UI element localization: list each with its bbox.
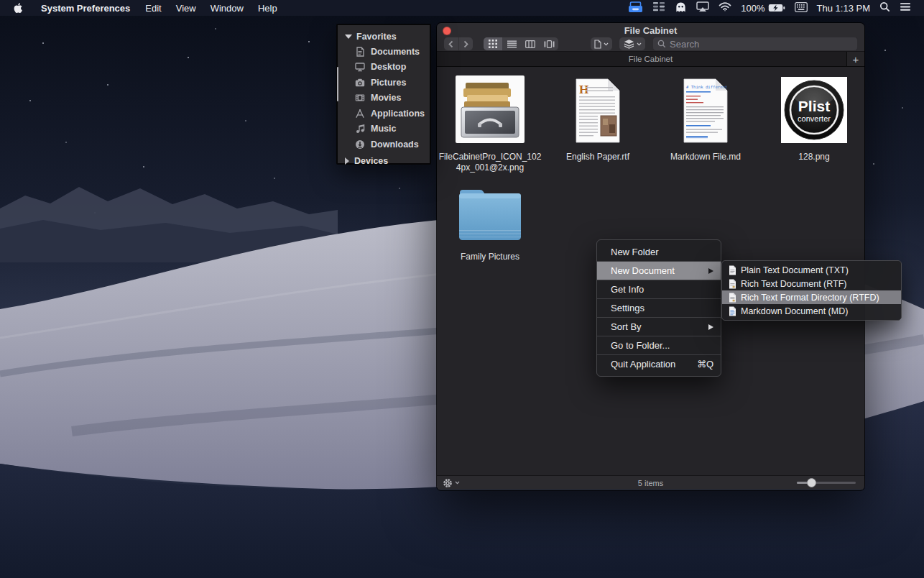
battery-icon <box>768 4 785 12</box>
markdown-document-icon: # Think different <box>681 78 730 143</box>
folder-tile[interactable]: Family Pictures <box>437 184 543 262</box>
menu-item-sort-by[interactable]: Sort By <box>597 318 721 336</box>
disclosure-right-icon <box>345 157 349 165</box>
airplay-icon[interactable] <box>696 1 709 14</box>
icon-size-slider[interactable] <box>797 478 856 488</box>
menu-item-new-document[interactable]: New Document <box>597 262 721 280</box>
sidebar-item-music[interactable]: Music <box>338 121 430 137</box>
add-tab-button[interactable]: + <box>846 52 864 66</box>
sidebar-item-applications[interactable]: Applications <box>338 106 430 121</box>
file-name: English Paper.rtf <box>545 152 651 162</box>
sidebar-item-downloads[interactable]: Downloads <box>338 137 430 152</box>
search-icon <box>657 40 666 48</box>
forward-button[interactable] <box>458 37 473 50</box>
menubar-item-view[interactable]: View <box>169 3 203 14</box>
file-tile[interactable]: Plist converter 128.png <box>761 74 864 162</box>
file-tile[interactable]: H <box>545 74 651 162</box>
rtfd-page-icon <box>729 293 736 303</box>
submenu-item-label: Plain Text Document (TXT) <box>741 265 849 275</box>
apple-menu[interactable] <box>0 2 33 14</box>
favorites-section-header[interactable]: Favorites <box>338 29 430 44</box>
tags-dropdown-button[interactable] <box>619 37 645 50</box>
sidebar-item-movies[interactable]: Movies <box>338 91 430 106</box>
rtf-page-icon <box>729 279 736 289</box>
list-view-icon <box>507 40 517 48</box>
document-icon <box>355 47 365 57</box>
submenu-item-label: Markdown Document (MD) <box>741 306 848 316</box>
file-tile[interactable]: FileCabinetPro_ICON_1024px_001@2x.png <box>437 74 543 173</box>
gallery-view-icon <box>544 40 555 48</box>
sidebar-item-pictures[interactable]: Pictures <box>338 75 430 91</box>
slider-knob[interactable] <box>807 478 816 487</box>
battery-percent-label: 100% <box>741 3 764 14</box>
spotlight-icon[interactable] <box>879 1 890 14</box>
list-view-button[interactable] <box>502 37 521 50</box>
submenu-arrow-icon <box>708 268 713 274</box>
applications-icon <box>355 109 365 119</box>
chevron-left-icon <box>448 40 454 48</box>
menu-item-label: Go to Folder... <box>611 340 670 351</box>
submenu-item-rich-text-directory[interactable]: Rich Text Format Directory (RTFD) <box>722 290 901 304</box>
file-cabinet-icon[interactable] <box>628 1 643 15</box>
layers-icon <box>624 39 634 49</box>
keyboard-icon[interactable] <box>795 2 808 14</box>
menubar-item-edit[interactable]: Edit <box>138 3 168 14</box>
download-circle-icon <box>355 139 365 150</box>
camera-icon <box>355 78 365 88</box>
slider-track[interactable] <box>797 482 856 484</box>
chevron-down-icon <box>604 42 609 46</box>
submenu-item-rich-text[interactable]: Rich Text Document (RTF) <box>722 277 901 290</box>
menu-item-get-info[interactable]: Get Info <box>597 280 721 298</box>
icon-view-button[interactable] <box>484 37 502 50</box>
sidebar-item-label: Applications <box>371 109 425 119</box>
column-view-button[interactable] <box>521 37 540 50</box>
navigation-buttons <box>444 37 473 50</box>
submenu-item-markdown[interactable]: Markdown Document (MD) <box>722 304 901 318</box>
film-icon <box>355 93 365 103</box>
notification-list-icon[interactable] <box>900 2 911 14</box>
menubar-clock[interactable]: Thu 1:13 PM <box>817 3 870 14</box>
battery-status[interactable]: 100% <box>741 3 785 14</box>
title-bar[interactable]: File Cabinet <box>437 23 864 52</box>
menubar-item-window[interactable]: Window <box>203 3 251 14</box>
sidebar-item-label: Downloads <box>371 139 419 150</box>
plist-converter-thumbnail: Plist converter <box>781 77 847 143</box>
grid-view-icon <box>489 40 497 48</box>
window-title: File Cabinet <box>437 25 864 36</box>
devices-section-label: Devices <box>354 156 388 166</box>
view-mode-control <box>484 37 558 50</box>
submenu-item-plain-text[interactable]: Plain Text Document (TXT) <box>722 263 901 277</box>
context-menu: New Folder New Document Get Info Setting… <box>596 239 721 377</box>
wifi-icon[interactable] <box>719 2 731 14</box>
panel-scroll-indicator[interactable] <box>337 67 338 101</box>
tab-file-cabinet[interactable]: File Cabinet <box>437 55 864 63</box>
menu-item-label: Quit Application <box>611 359 675 370</box>
menu-item-new-folder[interactable]: New Folder <box>597 243 721 261</box>
sidebar-item-documents[interactable]: Documents <box>338 44 430 60</box>
menu-item-quit-application[interactable]: Quit Application ⌘Q <box>597 355 721 373</box>
rtf-document-icon: H <box>573 78 622 143</box>
md-page-icon <box>729 306 736 316</box>
column-view-icon <box>525 40 535 48</box>
back-button[interactable] <box>444 37 458 50</box>
gallery-view-button[interactable] <box>540 37 558 50</box>
sidebar-item-label: Music <box>371 124 396 134</box>
search-input[interactable] <box>670 39 853 50</box>
svg-text:H: H <box>579 83 588 96</box>
menu-item-go-to-folder[interactable]: Go to Folder... <box>597 336 721 354</box>
sidebar-item-label: Pictures <box>371 78 406 88</box>
menu-bar: System Preferences Edit View Window Help <box>0 0 924 16</box>
devices-section-header[interactable]: Devices <box>338 154 430 168</box>
new-document-dropdown-button[interactable] <box>591 37 612 50</box>
ghost-icon[interactable] <box>675 1 687 15</box>
file-tile[interactable]: # Think different <box>652 74 759 162</box>
sidebar-item-desktop[interactable]: Desktop <box>338 60 430 75</box>
text-document-icon <box>729 265 736 275</box>
menubar-item-help[interactable]: Help <box>251 3 285 14</box>
file-name: Markdown File.md <box>652 152 759 162</box>
menu-item-settings[interactable]: Settings <box>597 299 721 317</box>
menubar-app-name[interactable]: System Preferences <box>33 3 138 14</box>
sidebar-item-label: Movies <box>371 93 401 103</box>
menu-item-label: Sort By <box>611 321 642 332</box>
stacks-icon[interactable] <box>652 1 665 14</box>
